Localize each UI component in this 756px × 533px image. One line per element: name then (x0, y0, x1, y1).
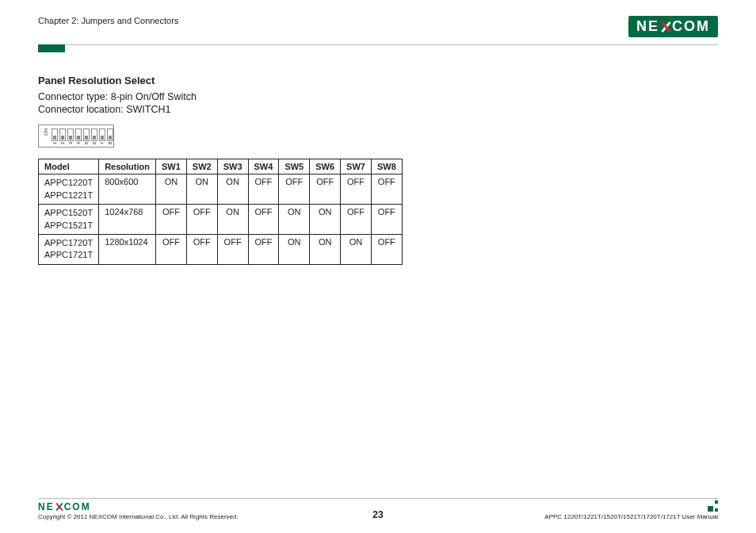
connector-type: Connector type: 8-pin On/Off Switch (38, 91, 718, 102)
switch-cell: OFF (217, 234, 248, 264)
section-title: Panel Resolution Select (38, 75, 718, 86)
dip-switch-diagram: ON 12345678 (38, 125, 114, 148)
dip-slot-icon (91, 128, 97, 141)
dip-slot-icon (107, 128, 113, 141)
footer-decoration-icon (707, 500, 718, 512)
dip-pin: 8 (107, 128, 113, 144)
table-row: APPC1520TAPPC1521T1024x768OFFOFFONOFFONO… (39, 205, 403, 235)
switch-cell: ON (341, 234, 372, 264)
dip-pin-number: 7 (100, 142, 105, 144)
switch-cell: ON (310, 205, 341, 235)
table-header: SW7 (341, 159, 372, 174)
switch-cell: OFF (248, 174, 279, 205)
logo-x-icon (660, 21, 671, 33)
switch-cell: OFF (186, 205, 217, 235)
dip-on-label: ON (44, 128, 48, 136)
table-row: APPC1720TAPPC1721T1280x1024OFFOFFOFFOFFO… (39, 234, 403, 264)
dip-slot-icon (67, 128, 74, 141)
table-header: SW6 (310, 159, 341, 174)
dip-pin-number: 1 (52, 142, 57, 144)
switch-cell: OFF (248, 234, 279, 264)
chapter-title: Chapter 2: Jumpers and Connectors (38, 16, 178, 25)
header-rule (38, 44, 718, 45)
switch-cell: OFF (310, 174, 341, 205)
switch-cell: ON (310, 234, 341, 264)
dip-pin-number: 2 (60, 142, 65, 144)
switch-cell: ON (217, 174, 248, 205)
resolution-cell: 1280x1024 (99, 234, 156, 264)
switch-cell: ON (279, 234, 310, 264)
dip-pin-number: 5 (84, 142, 89, 144)
table-header: SW2 (186, 159, 217, 174)
footer: NE COM Copyright © 2011 NEXCOM Internati… (38, 498, 718, 520)
model-cell: APPC1720TAPPC1721T (39, 234, 99, 264)
table-header: SW3 (217, 159, 248, 174)
switch-cell: ON (217, 205, 248, 235)
switch-cell: OFF (186, 234, 217, 264)
page-number: 23 (38, 509, 718, 520)
connector-location: Connector location: SWITCH1 (38, 104, 718, 115)
table-header: Resolution (99, 159, 156, 174)
switch-cell: OFF (341, 205, 372, 235)
switch-cell: ON (279, 205, 310, 235)
dip-slot-icon (99, 128, 105, 141)
dip-pin: 2 (59, 128, 66, 144)
table-row: APPC1220TAPPC1221T800x600ONONONOFFOFFOFF… (39, 174, 403, 205)
dip-pin: 1 (52, 128, 58, 144)
brand-logo: NE COM (628, 16, 718, 37)
logo-text-right: COM (672, 18, 710, 35)
switch-cell: OFF (371, 234, 402, 264)
dip-pin-number: 3 (68, 142, 73, 144)
switch-cell: OFF (371, 205, 402, 235)
table-header: SW8 (371, 159, 402, 174)
table-header: SW4 (248, 159, 279, 174)
switch-cell: OFF (156, 234, 187, 264)
resolution-cell: 1024x768 (99, 205, 156, 235)
dip-slot-icon (52, 128, 58, 141)
table-header: Model (39, 159, 99, 174)
switch-cell: OFF (371, 174, 402, 205)
switch-cell: OFF (156, 205, 187, 235)
model-cell: APPC1520TAPPC1521T (39, 205, 99, 235)
resolution-table: ModelResolutionSW1SW2SW3SW4SW5SW6SW7SW8 … (38, 159, 403, 264)
resolution-cell: 800x600 (99, 174, 156, 205)
dip-slot-icon (59, 128, 66, 141)
switch-cell: OFF (341, 174, 372, 205)
switch-cell: ON (156, 174, 187, 205)
dip-pin: 7 (99, 128, 105, 144)
footer-rule (38, 498, 718, 499)
dip-pin-number: 8 (108, 142, 113, 144)
table-header: SW1 (156, 159, 187, 174)
switch-cell: OFF (248, 205, 279, 235)
logo-text-left: NE (636, 18, 659, 35)
dip-pin: 5 (83, 128, 90, 144)
dip-slot-icon (83, 128, 90, 141)
model-cell: APPC1220TAPPC1221T (39, 174, 99, 205)
dip-pin-number: 6 (92, 142, 97, 144)
dip-pin: 3 (67, 128, 74, 144)
table-header: SW5 (279, 159, 310, 174)
dip-slot-icon (75, 128, 82, 141)
dip-pin: 4 (75, 128, 82, 144)
accent-bar (38, 44, 65, 52)
dip-pin: 6 (91, 128, 97, 144)
switch-cell: OFF (279, 174, 310, 205)
dip-pin-number: 4 (76, 142, 81, 144)
switch-cell: ON (186, 174, 217, 205)
